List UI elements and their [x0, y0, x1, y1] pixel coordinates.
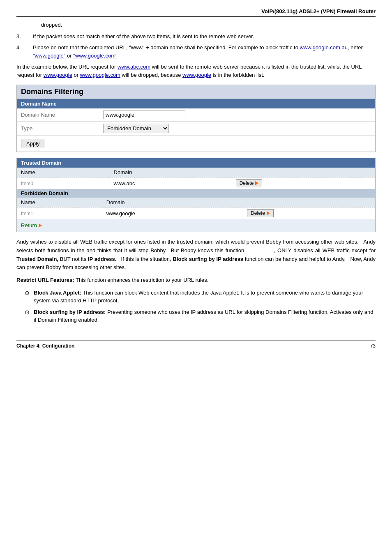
form-row-type: Type Forbidden Domain Trusted Domain — [17, 122, 375, 136]
return-row: Return — [17, 219, 375, 232]
intro-dropped: dropped. — [16, 21, 376, 29]
delete-arrow-icon — [255, 181, 258, 185]
link-www-google-com-quoted[interactable]: "www.google.com" — [73, 53, 118, 59]
domain-table-box: Trusted Domain Name Domain Item0 www.abc — [16, 158, 376, 232]
footer-chapter: Chapter 4: Configuration — [16, 343, 74, 349]
list-item-3: 3. If the packet does not match either o… — [16, 32, 376, 41]
domains-filtering-box: Domains Filtering Domain Name Domain Nam… — [16, 85, 376, 152]
forbidden-domain-header: Forbidden Domain — [17, 189, 375, 198]
apply-row: Apply — [17, 136, 375, 152]
forbidden-item-name: Item1 — [17, 207, 102, 219]
trusted-delete-button[interactable]: Delete — [236, 179, 263, 187]
col-name-forbidden: Name — [17, 198, 102, 207]
return-button[interactable]: Return — [21, 222, 42, 228]
domain-name-input[interactable] — [103, 111, 185, 119]
form-row-domain-name: Domain Name — [17, 108, 375, 122]
link-www-google-2[interactable]: www.google — [182, 72, 211, 78]
trusted-domain-header: Trusted Domain — [17, 158, 375, 168]
forbidden-domain-table: Name Domain Item1 www.google Delete — [17, 198, 375, 219]
header-title: VoIP/(802.11g) ADSL2+ (VPN) Firewall Rou… — [261, 8, 376, 14]
example-paragraph: In the example below, the URL request fo… — [16, 63, 376, 79]
col-action-forbidden — [243, 198, 375, 207]
restrict-label: Restrict URL Features: — [16, 277, 74, 283]
return-arrow-icon — [39, 223, 42, 228]
trusted-item-action: Delete — [232, 177, 375, 189]
domains-filtering-title: Domains Filtering — [17, 85, 375, 99]
forbidden-item-action: Delete — [243, 207, 375, 219]
form-label-type: Type — [21, 125, 103, 131]
list-item-4: 4. Please be note that the completed URL… — [16, 44, 376, 60]
domain-name-header: Domain Name — [17, 99, 375, 108]
table-row: Item0 www.abc Delete — [17, 177, 375, 189]
col-action-trusted — [232, 168, 375, 177]
trusted-item-name: Item0 — [17, 177, 110, 189]
col-name-trusted: Name — [17, 168, 110, 177]
forbidden-delete-button[interactable]: Delete — [247, 209, 274, 217]
table-row: Item1 www.google Delete — [17, 207, 375, 219]
col-domain-forbidden: Domain — [102, 198, 243, 207]
type-select[interactable]: Forbidden Domain Trusted Domain — [103, 124, 169, 133]
col-domain-trusted: Domain — [110, 168, 232, 177]
forbidden-item-domain: www.google — [102, 207, 243, 219]
bullet-circle-java: ⊙ — [25, 289, 31, 297]
bullet-circle-surfing: ⊙ — [25, 308, 31, 317]
link-www-google-com-1[interactable]: www.google.com — [80, 72, 120, 78]
apply-button[interactable]: Apply — [21, 139, 45, 148]
link-google-com-au[interactable]: www.google.com.au — [300, 44, 348, 51]
trusted-item-domain: www.abc — [110, 177, 232, 189]
page-header: VoIP/(802.11g) ADSL2+ (VPN) Firewall Rou… — [16, 8, 376, 17]
delete-arrow-icon-2 — [267, 211, 270, 215]
trusted-domain-table: Name Domain Item0 www.abc Delete — [17, 168, 375, 189]
bullet-block-surfing: ⊙ Block surfing by IP address: Preventin… — [25, 308, 376, 324]
link-www-google-quoted[interactable]: "www.google" — [33, 53, 65, 59]
footer: Chapter 4: Configuration 73 — [16, 341, 376, 349]
link-www-google-1[interactable]: www.google — [44, 72, 72, 78]
footer-page: 73 — [370, 343, 376, 349]
restrict-url-features: Restrict URL Features: This function enh… — [16, 276, 376, 285]
bullet-block-java: ⊙ Block Java Applet: This function can b… — [25, 289, 376, 305]
body-paragraph-1: Andy wishes to disable all WEB traffic e… — [16, 238, 376, 272]
link-abc-com[interactable]: www.abc.com — [118, 64, 150, 70]
form-label-domain-name: Domain Name — [21, 112, 103, 118]
